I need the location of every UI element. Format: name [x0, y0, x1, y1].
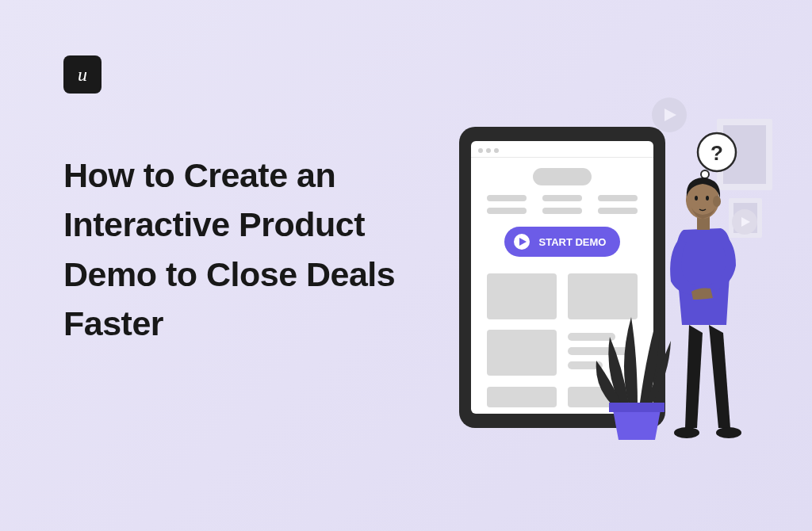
svg-rect-12 [487, 208, 527, 214]
svg-rect-18 [568, 333, 615, 341]
question-mark: ? [710, 141, 723, 165]
svg-point-28 [716, 427, 741, 438]
page-title: How to Create an Interactive Product Dem… [63, 151, 412, 348]
svg-rect-21 [487, 387, 557, 407]
svg-point-5 [486, 148, 491, 153]
svg-rect-23 [609, 403, 665, 412]
svg-rect-14 [598, 208, 638, 214]
svg-point-34 [706, 196, 709, 201]
logo: u [63, 55, 102, 94]
svg-rect-15 [487, 273, 557, 319]
hero-illustration: START DEMO ? [416, 95, 780, 460]
svg-rect-17 [487, 330, 557, 376]
svg-point-33 [695, 196, 698, 201]
svg-rect-11 [598, 195, 638, 201]
svg-rect-9 [487, 195, 527, 201]
svg-point-4 [478, 148, 483, 153]
svg-rect-10 [542, 195, 582, 201]
svg-rect-16 [568, 273, 638, 319]
svg-point-6 [494, 148, 499, 153]
logo-letter: u [78, 64, 87, 86]
start-demo-label: START DEMO [539, 236, 607, 248]
svg-rect-7 [471, 157, 653, 158]
svg-point-27 [674, 427, 699, 438]
svg-rect-8 [533, 168, 592, 185]
svg-point-25 [701, 170, 709, 178]
svg-rect-13 [542, 208, 582, 214]
svg-point-32 [713, 196, 721, 207]
svg-rect-19 [568, 347, 631, 355]
